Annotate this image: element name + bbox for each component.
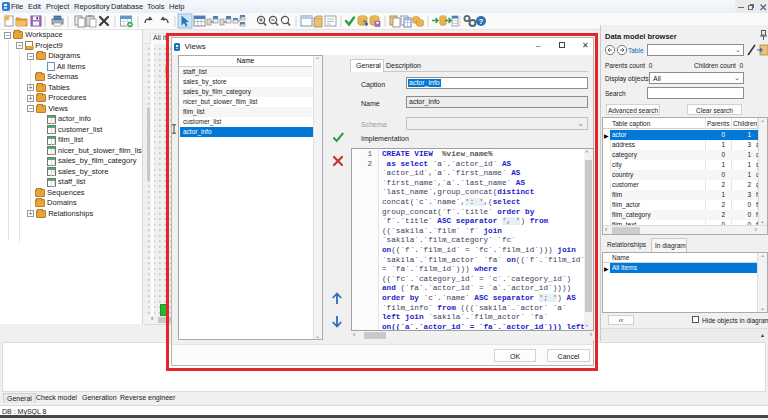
svg-text:?: ? [479, 17, 484, 26]
